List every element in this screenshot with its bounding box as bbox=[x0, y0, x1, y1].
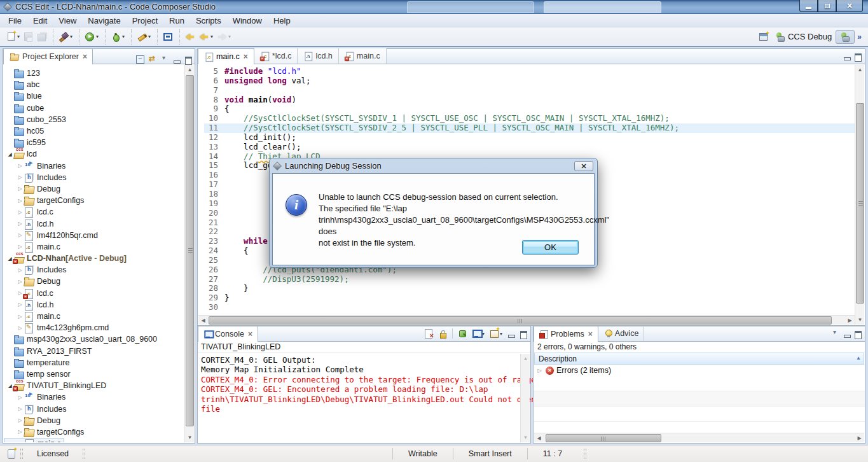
menu-project[interactable]: Project bbox=[127, 15, 163, 27]
collapse-all-icon[interactable] bbox=[136, 55, 144, 64]
minimize-pane-icon[interactable] bbox=[173, 56, 180, 63]
workspace-status-icon[interactable] bbox=[8, 449, 15, 459]
tree-item[interactable]: ▷Debug bbox=[4, 183, 184, 195]
tree-item[interactable]: ▷main.c bbox=[4, 311, 184, 322]
expander-icon[interactable]: ▷ bbox=[17, 267, 24, 273]
expander-icon[interactable]: ▷ bbox=[17, 302, 24, 307]
tree-item[interactable]: ▷Debug bbox=[4, 415, 184, 426]
console-vscrollbar[interactable]: ▲ ▼ bbox=[520, 354, 530, 442]
debug-bug-button[interactable]: ▾ bbox=[109, 30, 127, 44]
expander-icon[interactable]: ▷ bbox=[17, 198, 24, 204]
new-button[interactable]: ▾ bbox=[4, 30, 22, 44]
clear-console-icon[interactable] bbox=[424, 329, 433, 338]
close-tab-icon[interactable]: × bbox=[83, 52, 87, 61]
errors-group-row[interactable]: ▷ × Errors (2 items) bbox=[534, 365, 865, 376]
minimize-pane-icon[interactable] bbox=[843, 330, 850, 337]
tree-item[interactable]: RYA_2013_FIRST bbox=[4, 346, 184, 357]
save-button[interactable] bbox=[22, 30, 35, 44]
problems-hscrollbar[interactable]: ◀ ▶ bbox=[534, 433, 864, 442]
editor-vscrollbar[interactable]: ▲ ▼ bbox=[855, 65, 864, 325]
back-button[interactable]: ▾ bbox=[197, 30, 215, 44]
menu-edit[interactable]: Edit bbox=[27, 15, 53, 27]
perspective-overflow-chevron[interactable]: » bbox=[857, 32, 862, 41]
forward-button[interactable]: ▾ bbox=[215, 30, 233, 44]
console-output[interactable]: CORTEX_M4_0: GEL Output: Memory Map Init… bbox=[198, 354, 520, 442]
tree-item[interactable]: ◢×LCD-Nhan [Active - Debug] bbox=[4, 253, 184, 264]
expander-icon[interactable]: ▷ bbox=[17, 186, 24, 192]
tree-item[interactable]: ▷Includes bbox=[4, 264, 184, 276]
last-edit-location-button[interactable] bbox=[183, 30, 197, 44]
link-with-editor-icon[interactable] bbox=[149, 55, 157, 64]
editor-tab-mainc[interactable]: ×main.c bbox=[339, 48, 387, 64]
open-perspective-button[interactable] bbox=[755, 32, 771, 42]
scroll-left-icon[interactable]: ◀ bbox=[534, 433, 544, 443]
open-console-button[interactable]: ▾ bbox=[490, 329, 502, 338]
expander-icon[interactable]: ▷ bbox=[17, 209, 24, 215]
tree-item[interactable]: ▷×main.c bbox=[4, 438, 64, 442]
tree-item[interactable]: temperature bbox=[4, 357, 184, 368]
tree-item[interactable]: ▷Binaries bbox=[4, 160, 184, 172]
scroll-left-icon[interactable]: ◀ bbox=[198, 316, 208, 325]
expander-icon[interactable]: ▷ bbox=[17, 232, 24, 238]
pin-console-icon[interactable] bbox=[458, 329, 467, 338]
tree-item[interactable]: blue bbox=[4, 90, 184, 102]
description-column-header[interactable]: Description ▲ bbox=[534, 353, 864, 365]
tree-item[interactable]: ▷main.c bbox=[4, 241, 184, 253]
tree-item[interactable]: ▷targetConfigs bbox=[4, 195, 184, 206]
close-tab-icon[interactable]: × bbox=[588, 330, 593, 339]
expander-icon[interactable]: ▷ bbox=[17, 221, 24, 227]
menu-file[interactable]: File bbox=[3, 15, 27, 27]
dialog-title-bar[interactable]: Launching Debug Session ✕ bbox=[272, 158, 595, 173]
tree-item[interactable]: ▷Includes bbox=[4, 403, 184, 414]
expander-icon[interactable]: ▷ bbox=[17, 429, 24, 435]
build-button[interactable]: ▾ bbox=[57, 30, 74, 44]
expander-icon[interactable]: ▷ bbox=[17, 441, 24, 442]
maximize-pane-icon[interactable] bbox=[854, 53, 861, 60]
expander-icon[interactable]: ▷ bbox=[17, 325, 24, 331]
ccs-debug-perspective-button[interactable]: CCS Debug bbox=[771, 31, 836, 43]
scroll-lock-icon[interactable] bbox=[438, 329, 447, 338]
menu-run[interactable]: Run bbox=[163, 15, 190, 27]
tree-item[interactable]: ▷lcd.h bbox=[4, 218, 184, 229]
menu-window[interactable]: Window bbox=[227, 15, 268, 27]
maximize-pane-icon[interactable] bbox=[184, 56, 191, 63]
tree-item[interactable]: ▷lcd.h bbox=[4, 299, 184, 311]
tab-problems[interactable]: Problems × bbox=[534, 326, 598, 342]
explorer-vscrollbar[interactable]: ▲ ▼ bbox=[184, 65, 194, 442]
tree-item[interactable]: ▷Debug bbox=[4, 276, 184, 287]
expander-icon[interactable]: ▷ bbox=[17, 244, 24, 249]
tree-item[interactable]: cubo_2553 bbox=[4, 114, 184, 125]
scroll-up-icon[interactable]: ▲ bbox=[185, 65, 195, 74]
save-all-button[interactable] bbox=[35, 30, 48, 44]
expander-icon[interactable]: ▷ bbox=[17, 395, 24, 400]
expander-icon[interactable]: ▷ bbox=[17, 174, 24, 180]
minimize-pane-icon[interactable] bbox=[507, 330, 514, 337]
tree-item[interactable]: 123 bbox=[4, 67, 184, 79]
restore-button[interactable] bbox=[818, 0, 836, 12]
editor-tab-lcdc[interactable]: ×*lcd.c bbox=[254, 48, 298, 64]
tree-item[interactable]: ▷×lcd.c bbox=[4, 288, 184, 299]
tree-item[interactable]: ▷Includes bbox=[4, 172, 184, 183]
minimize-button[interactable] bbox=[799, 0, 818, 12]
menu-view[interactable]: View bbox=[53, 15, 82, 27]
flash-button[interactable]: ▾ bbox=[135, 30, 153, 44]
expander-icon[interactable]: ▷ bbox=[17, 314, 24, 319]
expander-icon[interactable]: ▷ bbox=[17, 163, 24, 169]
open-console-view-button[interactable] bbox=[161, 30, 175, 44]
tab-project-explorer[interactable]: Project Explorer × bbox=[3, 48, 93, 64]
close-button[interactable]: × bbox=[836, 0, 863, 12]
close-tab-icon[interactable]: × bbox=[248, 330, 252, 339]
menu-help[interactable]: Help bbox=[268, 15, 296, 27]
debug-launch-button[interactable]: ▾ bbox=[83, 30, 100, 44]
maximize-pane-icon[interactable] bbox=[520, 330, 527, 337]
tree-item[interactable]: ◢×TIVATUT_BlinkingLED bbox=[4, 380, 184, 391]
close-tab-icon[interactable]: × bbox=[244, 52, 248, 61]
tree-item[interactable]: cube bbox=[4, 102, 184, 114]
ok-button[interactable]: OK bbox=[522, 240, 579, 255]
view-menu-icon[interactable] bbox=[832, 330, 839, 337]
tree-item[interactable]: hc05 bbox=[4, 125, 184, 137]
expander-icon[interactable]: ▷ bbox=[536, 368, 543, 374]
scroll-down-icon[interactable]: ▼ bbox=[855, 315, 865, 325]
tree-item[interactable]: ◢lcd bbox=[4, 148, 184, 160]
tree-item[interactable]: ▷lm4f120h5qr.cmd bbox=[4, 230, 184, 241]
